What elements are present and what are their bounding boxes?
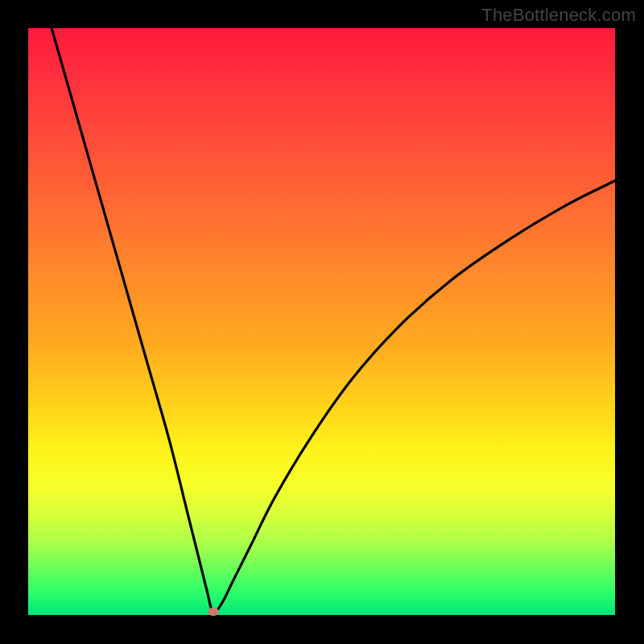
bottleneck-curve: [28, 28, 615, 615]
minimum-marker: [208, 608, 219, 616]
chart-frame: TheBottleneck.com: [0, 0, 644, 644]
watermark-text: TheBottleneck.com: [481, 5, 636, 26]
plot-area: [28, 28, 615, 615]
